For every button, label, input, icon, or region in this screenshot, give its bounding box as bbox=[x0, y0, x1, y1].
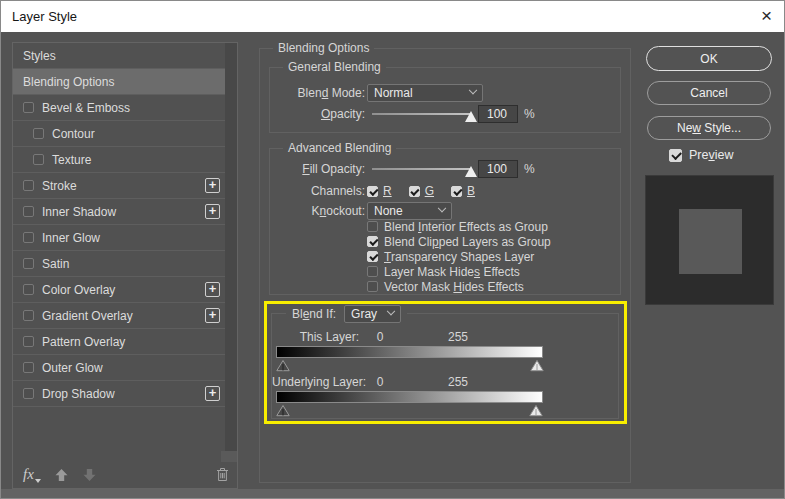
styles-list: Styles Blending Options Bevel & Emboss C… bbox=[13, 43, 225, 407]
sidebar-item-inner-shadow[interactable]: Inner Shadow + bbox=[13, 199, 225, 225]
sidebar-toolbar: fx bbox=[13, 461, 237, 488]
sidebar-item-inner-glow[interactable]: Inner Glow bbox=[13, 225, 225, 251]
sidebar-item-drop-shadow[interactable]: Drop Shadow + bbox=[13, 381, 225, 407]
opacity-label: Opacity: bbox=[270, 107, 365, 121]
slider-thumb-icon[interactable] bbox=[465, 111, 477, 122]
sidebar-item-label: Drop Shadow bbox=[42, 387, 115, 401]
dialog-title: Layer Style bbox=[12, 9, 77, 24]
advanced-blending-group: Advanced Blending Fill Opacity: 100 % Ch… bbox=[269, 148, 621, 295]
blend-mode-value: Normal bbox=[374, 86, 413, 100]
option-blend-interior[interactable]: Blend Interior Effects as Group bbox=[367, 220, 548, 233]
underlying-layer-max-value: 255 bbox=[440, 375, 476, 389]
underlying-layer-gradient bbox=[276, 391, 543, 403]
sidebar-item-label: Satin bbox=[42, 257, 69, 271]
sidebar-item-gradient-overlay[interactable]: Gradient Overlay + bbox=[13, 303, 225, 329]
percent-label: % bbox=[524, 162, 535, 176]
group-legend: General Blending bbox=[283, 60, 386, 74]
fill-opacity-label: Fill Opacity: bbox=[270, 162, 365, 176]
sidebar-item-color-overlay[interactable]: Color Overlay + bbox=[13, 277, 225, 303]
sidebar-item-blending-options[interactable]: Blending Options bbox=[13, 69, 225, 95]
option-checkbox[interactable] bbox=[367, 251, 378, 262]
move-effect-down-button[interactable] bbox=[82, 468, 97, 482]
sidebar-item-label: Bevel & Emboss bbox=[42, 101, 130, 115]
effect-checkbox[interactable] bbox=[23, 258, 34, 269]
fill-opacity-input[interactable]: 100 bbox=[478, 160, 518, 178]
sidebar-item-label: Inner Shadow bbox=[42, 205, 116, 219]
add-effect-button[interactable]: + bbox=[205, 204, 220, 219]
sidebar-item-styles[interactable]: Styles bbox=[13, 43, 225, 69]
this-layer-black-slider[interactable] bbox=[275, 359, 291, 375]
sidebar-item-outer-glow[interactable]: Outer Glow bbox=[13, 355, 225, 381]
panel-title: Blending Options bbox=[273, 41, 374, 55]
effect-checkbox[interactable] bbox=[23, 180, 34, 191]
sidebar-item-contour[interactable]: Contour bbox=[13, 121, 225, 147]
option-vector-mask-hides[interactable]: Vector Mask Hides Effects bbox=[367, 280, 524, 293]
option-checkbox[interactable] bbox=[367, 236, 378, 247]
underlying-layer-black-slider[interactable] bbox=[275, 404, 291, 420]
channel-g-checkbox[interactable] bbox=[409, 186, 420, 197]
slider-thumb-icon[interactable] bbox=[465, 166, 477, 177]
option-label: Blend Interior Effects as Group bbox=[384, 220, 548, 234]
styles-list-panel: Styles Blending Options Bevel & Emboss C… bbox=[12, 42, 238, 489]
fx-menu-button[interactable]: fx bbox=[23, 466, 41, 483]
delete-effect-button[interactable] bbox=[216, 467, 229, 482]
effect-checkbox[interactable] bbox=[23, 206, 34, 217]
channel-b: B bbox=[451, 184, 475, 198]
option-checkbox[interactable] bbox=[367, 266, 378, 277]
add-effect-button[interactable]: + bbox=[205, 386, 220, 401]
sidebar-item-pattern-overlay[interactable]: Pattern Overlay bbox=[13, 329, 225, 355]
sidebar-item-satin[interactable]: Satin bbox=[13, 251, 225, 277]
this-layer-white-slider[interactable] bbox=[529, 359, 545, 375]
underlying-layer-white-slider[interactable] bbox=[528, 404, 544, 420]
add-effect-button[interactable]: + bbox=[205, 282, 220, 297]
sidebar-item-bevel-emboss[interactable]: Bevel & Emboss bbox=[13, 95, 225, 121]
knockout-row: Knockout: None bbox=[270, 201, 614, 221]
cancel-button[interactable]: Cancel bbox=[647, 81, 771, 105]
opacity-slider[interactable] bbox=[372, 113, 470, 115]
ok-button[interactable]: OK bbox=[646, 46, 772, 71]
sidebar-item-label: Contour bbox=[52, 127, 95, 141]
channel-b-checkbox[interactable] bbox=[451, 186, 462, 197]
option-checkbox[interactable] bbox=[367, 281, 378, 292]
effect-checkbox[interactable] bbox=[23, 336, 34, 347]
effect-checkbox[interactable] bbox=[23, 284, 34, 295]
effect-checkbox[interactable] bbox=[33, 128, 44, 139]
effect-checkbox[interactable] bbox=[23, 388, 34, 399]
add-effect-button[interactable]: + bbox=[205, 308, 220, 323]
sidebar-item-stroke[interactable]: Stroke + bbox=[13, 173, 225, 199]
channel-g: G bbox=[409, 184, 434, 198]
preview-checkbox[interactable] bbox=[669, 149, 682, 162]
fill-opacity-slider[interactable] bbox=[372, 168, 470, 170]
sidebar-item-label: Blending Options bbox=[23, 75, 114, 89]
channel-r: R bbox=[367, 184, 392, 198]
sidebar-item-label: Stroke bbox=[42, 179, 77, 193]
preview-thumbnail-shape bbox=[679, 209, 742, 274]
chevron-down-icon bbox=[438, 204, 446, 212]
blend-if-select[interactable]: Gray bbox=[344, 305, 401, 323]
blend-mode-select[interactable]: Normal bbox=[367, 84, 483, 102]
effect-checkbox[interactable] bbox=[23, 310, 34, 321]
new-style-button[interactable]: New Style... bbox=[647, 116, 771, 140]
sidebar-scrollbar[interactable] bbox=[225, 43, 237, 462]
this-layer-gradient bbox=[276, 346, 543, 358]
sidebar-item-texture[interactable]: Texture bbox=[13, 147, 225, 173]
effect-checkbox[interactable] bbox=[23, 232, 34, 243]
preview-label: Preview bbox=[689, 148, 733, 162]
option-label: Vector Mask Hides Effects bbox=[384, 280, 524, 294]
fx-caret-icon bbox=[35, 479, 41, 483]
add-effect-button[interactable]: + bbox=[205, 178, 220, 193]
opacity-input[interactable]: 100 bbox=[478, 105, 518, 123]
knockout-select[interactable]: None bbox=[367, 202, 452, 220]
close-icon[interactable]: × bbox=[761, 4, 772, 28]
effect-checkbox[interactable] bbox=[23, 362, 34, 373]
option-blend-clipped[interactable]: Blend Clipped Layers as Group bbox=[367, 235, 551, 248]
option-checkbox[interactable] bbox=[367, 221, 378, 232]
chevron-down-icon bbox=[469, 86, 477, 94]
move-effect-up-button[interactable] bbox=[54, 468, 69, 482]
sidebar-item-label: Gradient Overlay bbox=[42, 309, 133, 323]
effect-checkbox[interactable] bbox=[33, 154, 44, 165]
option-layer-mask-hides[interactable]: Layer Mask Hides Effects bbox=[367, 265, 520, 278]
channel-r-checkbox[interactable] bbox=[367, 186, 378, 197]
option-transparency-shapes[interactable]: Transparency Shapes Layer bbox=[367, 250, 534, 263]
effect-checkbox[interactable] bbox=[23, 102, 34, 113]
